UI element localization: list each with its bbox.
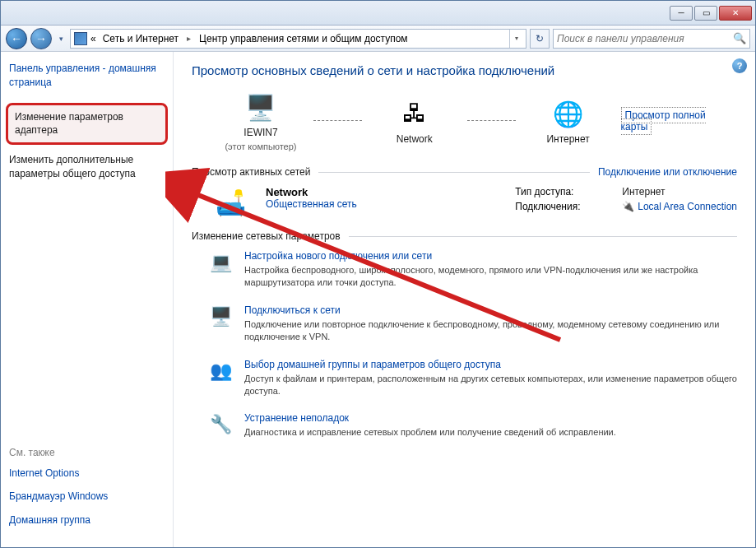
refresh-button[interactable]: ↻	[530, 29, 550, 49]
access-type-value: Интернет	[622, 186, 665, 197]
computer-icon: 🖥️	[243, 91, 279, 123]
close-button[interactable]: ✕	[719, 6, 752, 21]
address-bar[interactable]: « Сеть и Интернет ▸ Центр управления сет…	[70, 29, 526, 49]
setting-desc: Настройка беспроводного, широкополосного…	[244, 264, 737, 290]
setting-item-new-connection: 💻 Настройка нового подключения или сети …	[208, 250, 737, 290]
netmap-this-pc: 🖥️ IEWIN7 (этот компьютер)	[216, 91, 305, 151]
connect-disconnect-link[interactable]: Подключение или отключение	[598, 166, 737, 178]
setting-desc: Диагностика и исправление сетевых пробле…	[244, 426, 737, 439]
setting-link[interactable]: Выбор домашней группы и параметров общег…	[244, 359, 737, 370]
network-map: 🖥️ IEWIN7 (этот компьютер) 🖧 Network 🌐 И…	[192, 91, 737, 151]
window: ─ ▭ ✕ ← → ▾ « Сеть и Интернет ▸ Центр уп…	[0, 0, 756, 548]
settings-list: 💻 Настройка нового подключения или сети …	[192, 250, 737, 439]
content: Панель управления - домашняя страница Из…	[1, 52, 755, 547]
setting-item-troubleshoot: 🔧 Устранение неполадок Диагностика и исп…	[208, 412, 737, 439]
netmap-connector	[467, 120, 516, 122]
breadcrumb-prefix: «	[90, 33, 96, 44]
minimize-button[interactable]: ─	[670, 6, 693, 21]
connection-link[interactable]: 🔌 Local Area Connection	[622, 201, 737, 212]
sidebar-see-also-label: См. также	[9, 447, 165, 458]
location-icon	[74, 32, 87, 45]
setting-link[interactable]: Устранение неполадок	[244, 412, 737, 424]
search-input[interactable]	[557, 33, 733, 44]
troubleshoot-icon: 🔧	[208, 412, 233, 437]
maximize-button[interactable]: ▭	[694, 6, 717, 21]
navbar: ← → ▾ « Сеть и Интернет ▸ Центр управлен…	[1, 26, 755, 52]
bench-icon: 🛋️	[208, 186, 253, 219]
ethernet-icon: 🔌	[622, 201, 634, 212]
setting-item-homegroup: 👥 Выбор домашней группы и параметров общ…	[208, 359, 737, 398]
forward-button[interactable]: →	[30, 28, 52, 49]
setting-link[interactable]: Подключиться к сети	[244, 304, 737, 316]
change-settings-header: Изменение сетевых параметров	[192, 230, 737, 242]
titlebar: ─ ▭ ✕	[1, 1, 755, 26]
sidebar-adapter-link[interactable]: Изменение параметров адаптера	[15, 110, 159, 138]
netmap-internet: 🌐 Интернет	[524, 97, 613, 145]
globe-icon: 🌐	[550, 97, 587, 130]
sidebar-adapter-highlight: Изменение параметров адаптера	[6, 103, 168, 146]
sidebar-link-internet-options[interactable]: Internet Options	[9, 467, 165, 481]
netmap-network: 🖧 Network	[370, 97, 459, 145]
connections-label: Подключения:	[515, 201, 597, 212]
setting-item-connect: 🖥️ Подключиться к сети Подключение или п…	[208, 304, 737, 344]
netmap-connector	[313, 120, 362, 122]
search-icon[interactable]: 🔍	[733, 32, 746, 44]
main-panel: ? Просмотр основных сведений о сети и на…	[174, 52, 755, 547]
network-name: Network	[266, 186, 387, 198]
sidebar: Панель управления - домашняя страница Из…	[1, 52, 174, 547]
breadcrumb-separator: ▸	[185, 34, 192, 43]
address-dropdown[interactable]: ▾	[509, 30, 522, 48]
setting-desc: Доступ к файлам и принтерам, расположенн…	[244, 373, 737, 398]
setting-link[interactable]: Настройка нового подключения или сети	[244, 250, 737, 262]
sidebar-home-link[interactable]: Панель управления - домашняя страница	[9, 62, 165, 90]
access-type-label: Тип доступа:	[515, 186, 597, 197]
full-map-link[interactable]: Просмотр полной карты	[621, 107, 706, 135]
setting-desc: Подключение или повторное подключение к …	[244, 318, 737, 344]
connect-icon: 🖥️	[208, 304, 233, 329]
back-button[interactable]: ←	[6, 28, 27, 49]
network-type-link[interactable]: Общественная сеть	[266, 198, 387, 210]
breadcrumb-part[interactable]: Сеть и Интернет	[100, 31, 182, 46]
active-network-row: 🛋️ Network Общественная сеть Тип доступа…	[192, 186, 737, 219]
search-box[interactable]: 🔍	[553, 29, 750, 49]
page-title: Просмотр основных сведений о сети и наст…	[192, 63, 737, 77]
help-icon[interactable]: ?	[732, 58, 747, 73]
sidebar-link-firewall[interactable]: Брандмауэр Windows	[9, 490, 165, 504]
breadcrumb-part[interactable]: Центр управления сетями и общим доступом	[196, 31, 411, 46]
active-networks-header: Просмотр активных сетей Подключение или …	[192, 166, 737, 178]
sidebar-link-homegroup[interactable]: Домашняя группа	[9, 513, 165, 527]
network-icon: 🖧	[397, 97, 433, 130]
new-connection-icon: 💻	[208, 250, 233, 275]
sidebar-sharing-link[interactable]: Изменить дополнительные параметры общего…	[9, 153, 165, 181]
homegroup-icon: 👥	[208, 359, 233, 383]
nav-history-dropdown[interactable]: ▾	[55, 30, 67, 47]
